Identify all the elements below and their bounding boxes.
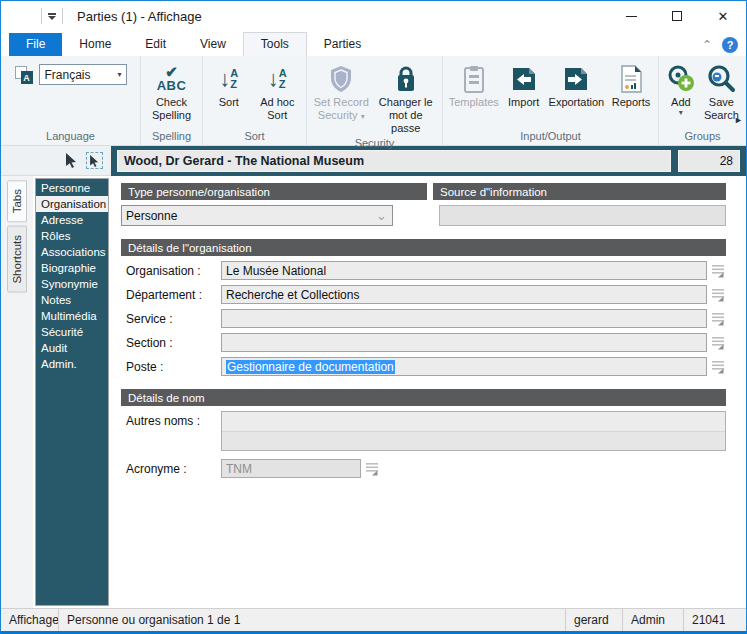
field-options-icon[interactable] — [364, 462, 380, 476]
type-personne-value: Personne — [126, 209, 177, 223]
window-title: Parties (1) - Affichage — [77, 9, 608, 24]
lock-icon — [394, 62, 418, 96]
check-spelling-button[interactable]: ✔ ABC Check Spelling — [145, 60, 198, 122]
adhoc-sort-button[interactable]: ↓ AZ Ad hoc Sort — [253, 60, 302, 122]
section-field[interactable] — [221, 333, 707, 352]
export-icon — [562, 62, 590, 96]
ribbon: A Français ▾ Language ✔ ABC Check Spelli… — [1, 56, 746, 146]
change-password-button[interactable]: Changer le mot de passe — [374, 60, 438, 135]
marquee-select-icon[interactable] — [86, 152, 103, 169]
clipboard-icon — [463, 62, 485, 96]
departement-field[interactable]: Recherche et Collections — [221, 285, 707, 304]
status-mode: Affichage — [1, 609, 58, 631]
tab-file[interactable]: File — [9, 33, 62, 56]
help-icon[interactable]: ? — [722, 37, 738, 53]
sidebar-item-notes[interactable]: Notes — [36, 292, 108, 308]
add-group-button[interactable]: Add ▾ — [663, 60, 699, 117]
group-label-security: Security — [311, 135, 438, 152]
quick-access-toolbar — [35, 8, 69, 24]
form-content: Type personne/organisation Source d"info… — [109, 176, 746, 608]
status-role: Admin — [623, 609, 683, 631]
service-field[interactable] — [221, 309, 707, 328]
app-window: Parties (1) - Affichage ✕ File Home Edit… — [0, 0, 747, 634]
field-options-icon[interactable] — [710, 336, 726, 350]
field-label: Poste : — [121, 360, 221, 374]
sidebar-item-roles[interactable]: Rôles — [36, 228, 108, 244]
poste-field[interactable]: Gestionnaire de documentation — [221, 357, 707, 376]
group-label-language: Language — [5, 128, 136, 145]
status-user: gerard — [566, 609, 622, 631]
tabs-sidebar: Personne Organisation Adresse Rôles Asso… — [35, 178, 109, 606]
reports-button[interactable]: Reports — [608, 60, 654, 109]
sidebar-item-securite[interactable]: Sécurité — [36, 324, 108, 340]
status-bar: Affichage Personne ou organisation 1 de … — [1, 608, 746, 631]
section-header-type: Type personne/organisation — [121, 183, 427, 200]
tab-edit[interactable]: Edit — [128, 33, 183, 56]
close-button[interactable]: ✕ — [700, 1, 746, 31]
field-options-icon[interactable] — [710, 312, 726, 326]
field-label: Acronyme : — [121, 462, 221, 476]
field-label: Organisation : — [121, 264, 221, 278]
autres-noms-field[interactable] — [221, 411, 726, 451]
sort-button[interactable]: ↓ AZ Sort — [207, 60, 251, 109]
section-header-organisation-details: Détails de l"organisation — [121, 239, 726, 256]
organisation-field[interactable]: Le Musée National — [221, 261, 707, 280]
field-row-departement: Département : Recherche et Collections — [121, 285, 726, 304]
cursor-arrow-icon[interactable] — [65, 153, 78, 168]
minimize-button[interactable] — [608, 1, 654, 31]
report-document-icon — [619, 62, 643, 96]
type-personne-dropdown[interactable]: Personne ⌄ — [121, 205, 393, 226]
group-label-io: Input/Output — [447, 128, 654, 145]
import-icon — [510, 62, 538, 96]
tab-shortcuts[interactable]: Shortcuts — [7, 226, 27, 293]
sidebar-item-synonymie[interactable]: Synonymie — [36, 276, 108, 292]
tab-home[interactable]: Home — [62, 33, 128, 56]
chevron-down-icon: ▾ — [117, 70, 125, 79]
window-controls: ✕ — [608, 1, 746, 31]
record-number: 28 — [678, 150, 740, 172]
group-label-spelling: Spelling — [145, 128, 198, 145]
tab-tools[interactable]: Tools — [243, 32, 307, 56]
save-search-icon — [706, 62, 736, 96]
add-icon — [666, 62, 696, 96]
main-area: Tabs Shortcuts Personne Organisation Adr… — [1, 176, 746, 608]
tab-view[interactable]: View — [183, 33, 243, 56]
field-label: Section : — [121, 336, 221, 350]
ribbon-group-groups: Add ▾ Save Search Groups — [659, 56, 746, 145]
export-button[interactable]: Exportation — [547, 60, 606, 109]
sidebar-item-organisation[interactable]: Organisation — [36, 196, 108, 212]
chevron-down-icon: ⌄ — [376, 211, 392, 221]
sidebar-item-admin[interactable]: Admin. — [36, 356, 108, 372]
divider — [41, 8, 42, 24]
quick-access-dropdown-icon[interactable] — [48, 13, 56, 20]
sidebar-item-biographie[interactable]: Biographie — [36, 260, 108, 276]
maximize-button[interactable] — [654, 1, 700, 31]
status-record-info: Personne ou organisation 1 de 1 — [59, 609, 565, 631]
ribbon-expand-icon[interactable]: ► — [732, 113, 745, 127]
chevron-down-icon: ▾ — [361, 112, 365, 121]
section-header-nom-details: Détails de nom — [121, 389, 726, 406]
field-options-icon[interactable] — [710, 360, 726, 374]
source-information-field[interactable] — [439, 205, 726, 226]
field-options-icon[interactable] — [710, 264, 726, 278]
import-button[interactable]: Import — [503, 60, 545, 109]
field-row-poste: Poste : Gestionnaire de documentation — [121, 357, 726, 376]
sort-az-icon: ↓ AZ — [219, 62, 238, 96]
acronyme-field[interactable]: TNM — [221, 459, 361, 478]
sidebar-item-audit[interactable]: Audit — [36, 340, 108, 356]
divider — [62, 8, 63, 24]
status-code: 21041 — [684, 609, 746, 631]
sidebar-item-associations[interactable]: Associations — [36, 244, 108, 260]
sidebar-item-adresse[interactable]: Adresse — [36, 212, 108, 228]
sidebar-item-personne[interactable]: Personne — [36, 180, 108, 196]
tab-tabs[interactable]: Tabs — [7, 180, 27, 222]
field-label: Service : — [121, 312, 221, 326]
group-label-groups: Groups — [663, 128, 742, 145]
selected-text: Gestionnaire de documentation — [226, 360, 395, 374]
tab-parties[interactable]: Parties — [307, 33, 378, 56]
sidebar-item-multimedia[interactable]: Multimédia — [36, 308, 108, 324]
language-select[interactable]: Français ▾ — [39, 64, 127, 85]
field-options-icon[interactable] — [710, 288, 726, 302]
collapse-ribbon-icon[interactable]: ⌃ — [702, 40, 712, 50]
field-row-section: Section : — [121, 333, 726, 352]
